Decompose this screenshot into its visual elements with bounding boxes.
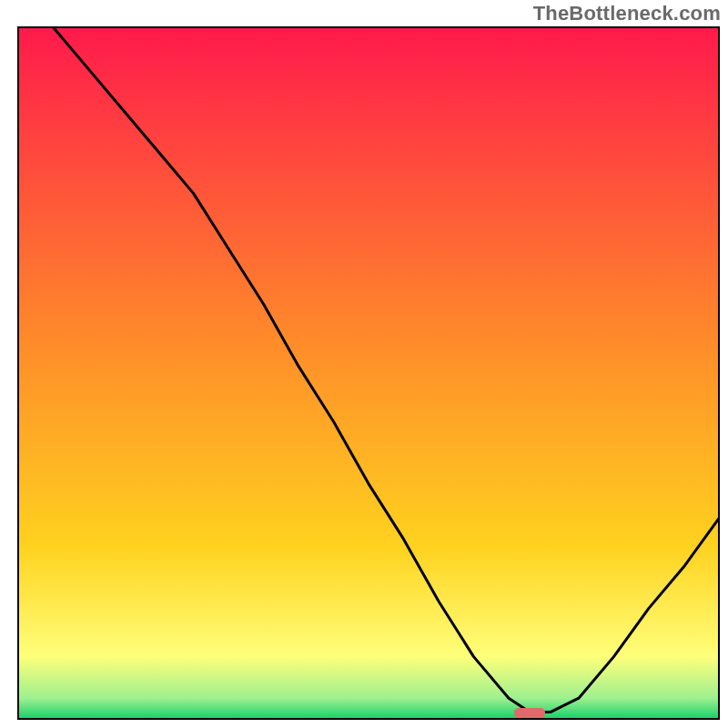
bottleneck-chart — [0, 0, 728, 728]
watermark-label: TheBottleneck.com — [533, 2, 721, 25]
gradient-background — [18, 27, 719, 719]
chart-container: TheBottleneck.com — [0, 0, 728, 728]
optimal-marker — [514, 708, 545, 718]
